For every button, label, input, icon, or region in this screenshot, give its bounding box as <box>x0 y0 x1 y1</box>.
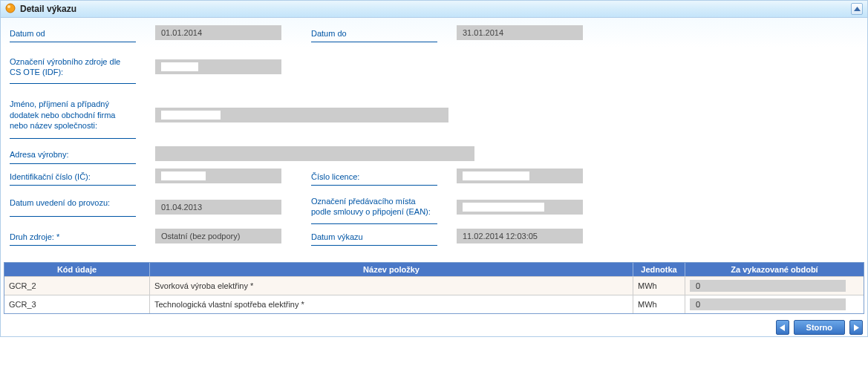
value-datum-uvedeni: 01.04.2013 <box>155 200 281 215</box>
value-datum-vykazu: 11.02.2014 12:03:05 <box>457 229 583 243</box>
panel-title: Detail výkazu <box>20 4 76 14</box>
value-adresa <box>155 146 474 161</box>
value-datum-od: 01.01.2014 <box>155 25 281 40</box>
cell-obdobi: 0 <box>685 277 864 295</box>
collapse-button[interactable] <box>851 3 863 15</box>
label-adresa: Adresa výrobny: <box>10 146 136 163</box>
svg-marker-2 <box>854 7 861 11</box>
data-grid: Kód údaje Název položky Jednotka Za vyka… <box>4 262 864 314</box>
cell-jednotka: MWh <box>633 277 685 295</box>
svg-point-1 <box>7 5 10 8</box>
header-nazev[interactable]: Název položky <box>150 263 633 276</box>
table-row[interactable]: GCR_3 Technologická vlastní spotřeba ele… <box>4 295 864 313</box>
value-oznaceni-zdroje <box>155 59 281 74</box>
label-datum-do: Datum do <box>311 25 437 42</box>
label-jmeno: Jméno, příjmení a případný dodatek nebo … <box>10 91 136 139</box>
value-obdobi-input[interactable]: 0 <box>690 298 846 310</box>
prev-button[interactable] <box>776 320 789 335</box>
header-kod[interactable]: Kód údaje <box>4 263 150 276</box>
svg-point-0 <box>6 4 15 13</box>
label-datum-od: Datum od <box>10 25 136 42</box>
label-oznaceni-mista: Označení předávacího místa podle smlouvy… <box>311 190 437 224</box>
value-datum-do: 31.01.2014 <box>457 25 583 40</box>
panel-icon <box>5 3 16 15</box>
label-cislo-licence: Číslo licence: <box>311 169 437 186</box>
cell-nazev: Technologická vlastní spotřeba elektřiny… <box>150 295 633 313</box>
label-ic: Identifikační číslo (IČ): <box>10 169 136 186</box>
table-row[interactable]: GCR_2 Svorková výroba elektřiny * MWh 0 <box>4 276 864 295</box>
label-datum-vykazu: Datum výkazu <box>311 229 437 246</box>
storno-button[interactable]: Storno <box>794 320 845 335</box>
detail-panel: Detail výkazu Datum od 01.01.2014 Datum … <box>0 0 868 337</box>
label-datum-uvedeni: Datum uvedení do provozu: <box>10 190 136 217</box>
cell-jednotka: MWh <box>633 295 685 313</box>
label-druh-zdroje: Druh zdroje: * <box>10 229 136 246</box>
grid-header-row: Kód údaje Název položky Jednotka Za vyka… <box>4 263 864 276</box>
panel-header: Detail výkazu <box>1 1 867 18</box>
value-cislo-licence <box>457 169 583 183</box>
form-area: Datum od 01.01.2014 Datum do 31.01.2014 … <box>1 18 867 261</box>
footer-bar: Storno <box>1 314 867 336</box>
cell-kod: GCR_2 <box>4 277 150 295</box>
cell-obdobi: 0 <box>685 295 864 313</box>
value-jmeno <box>155 108 448 122</box>
header-jednotka[interactable]: Jednotka <box>633 263 685 276</box>
value-druh-zdroje: Ostatní (bez podpory) <box>155 229 281 243</box>
svg-marker-3 <box>780 324 785 331</box>
label-oznaceni-zdroje: Označení výrobního zdroje dle CS OTE (ID… <box>10 50 136 84</box>
cell-nazev: Svorková výroba elektřiny * <box>150 277 633 295</box>
header-obdobi[interactable]: Za vykazované období <box>685 263 864 276</box>
value-ic <box>155 169 281 183</box>
value-obdobi-input[interactable]: 0 <box>690 280 846 292</box>
svg-marker-4 <box>854 324 859 331</box>
value-oznaceni-mista <box>457 200 583 215</box>
next-button[interactable] <box>849 320 863 335</box>
cell-kod: GCR_3 <box>4 295 150 313</box>
